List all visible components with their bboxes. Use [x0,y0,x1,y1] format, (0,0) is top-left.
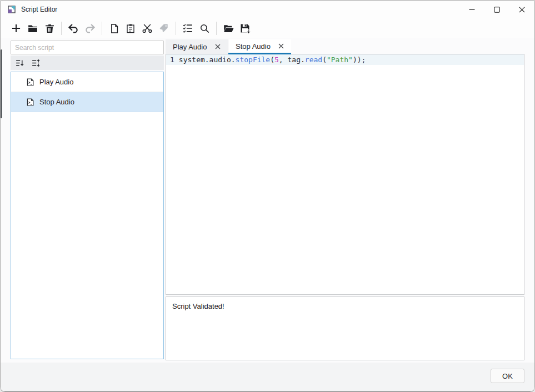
code-token: , tag. [279,56,305,64]
script-sidebar: Play Audio Stop Audio [11,38,164,363]
code-token: )); [353,56,366,64]
tab-label: Play Audio [173,43,207,51]
code-token: 5 [274,56,279,64]
tab-close-icon[interactable] [215,44,221,49]
line-number: 1 [170,56,174,64]
vertical-scrollbar-thumb[interactable] [1,49,2,118]
code-token: ( [322,56,327,64]
tag-plus-icon[interactable] [156,21,172,36]
copy-icon[interactable] [106,21,122,36]
tab-stop-audio[interactable]: Stop Audio [228,39,291,54]
folder-icon[interactable] [25,21,41,36]
list-item-stop-audio[interactable]: Stop Audio [11,92,163,112]
tab-bar: Play Audio Stop Audio [166,39,524,54]
script-file-icon [26,98,35,107]
toolbar-separator [176,22,176,35]
search-input[interactable] [11,41,164,54]
tab-label: Stop Audio [236,42,271,51]
code-token: "Path" [327,56,353,64]
trash-icon[interactable] [42,21,57,36]
checklist-icon[interactable] [180,21,196,36]
minimize-button[interactable] [459,1,484,18]
validation-output: Script Validated! [166,296,524,360]
sort-reorder-icon[interactable] [30,57,41,68]
script-list: Play Audio Stop Audio [11,72,164,359]
window-controls [459,1,534,18]
sort-toolbar [11,56,164,70]
search-icon[interactable] [197,21,212,36]
maximize-button[interactable] [484,1,509,18]
script-editor-window: Script Editor [0,0,535,392]
title-bar: Script Editor [1,1,534,18]
redo-icon[interactable] [82,21,98,36]
window-title: Script Editor [21,6,57,13]
close-button[interactable] [509,1,534,18]
validation-message: Script Validated! [172,302,224,310]
save-icon[interactable] [237,21,253,36]
paste-icon[interactable] [123,21,138,36]
footer-bar: OK [1,363,534,391]
script-file-icon [26,78,35,87]
code-line-tokens: system.audio.stopFile(5, tag.read("Path"… [179,56,366,64]
undo-icon[interactable] [66,21,81,36]
code-token: read [305,56,322,64]
code-token: stopFile [236,56,271,64]
toolbar-separator [61,22,62,35]
app-logo-icon [7,5,16,14]
list-item-label: Stop Audio [39,98,74,106]
editor-panel: Play Audio Stop Audio 1system.audio.stop… [166,38,524,363]
toolbar-separator [216,22,217,35]
scissors-icon[interactable] [139,21,155,36]
code-token: ( [270,56,274,64]
sort-descending-icon[interactable] [14,57,25,68]
toolbar [1,18,534,38]
code-editor[interactable]: 1system.audio.stopFile(5, tag.read("Path… [166,54,524,295]
code-line-1: 1system.audio.stopFile(5, tag.read("Path… [166,54,524,65]
plus-icon[interactable] [8,21,24,36]
list-item-label: Play Audio [39,78,73,86]
tab-close-icon[interactable] [278,43,284,49]
list-item-play-audio[interactable]: Play Audio [11,72,163,92]
folder-open-icon[interactable] [221,21,236,36]
tab-play-audio[interactable]: Play Audio [166,39,228,54]
ok-button[interactable]: OK [491,369,524,383]
toolbar-separator [102,22,102,35]
code-token: system.audio. [179,56,236,64]
content-area: Play Audio Stop Audio Play Audio [1,38,534,363]
